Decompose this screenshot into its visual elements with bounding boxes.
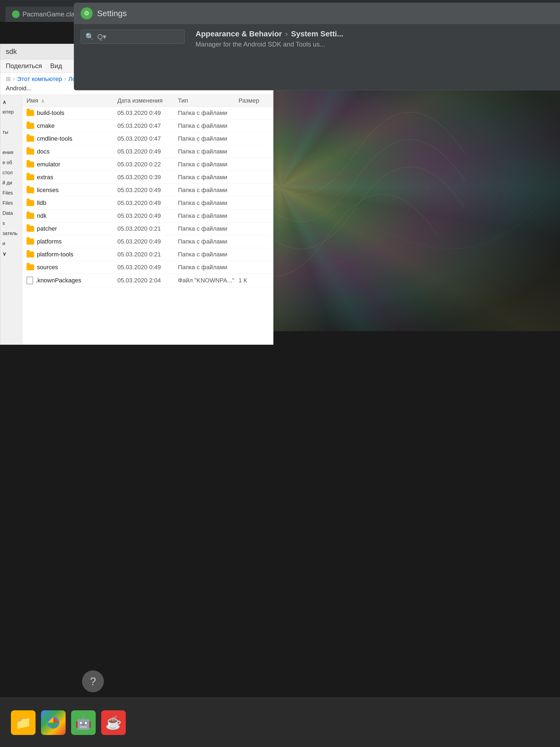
- sidebar-item-files2[interactable]: Files: [0, 199, 22, 208]
- column-header-size[interactable]: Размер: [238, 97, 269, 104]
- java-icon: ☕: [105, 715, 122, 730]
- file-row-cmdline-tools[interactable]: cmdline-tools 05.03.2020 0:47 Папка с фа…: [22, 132, 273, 145]
- collapse-arrow-down[interactable]: ∨: [2, 250, 6, 257]
- settings-search-box[interactable]: 🔍 Q▾: [81, 30, 185, 44]
- file-type-docs: Папка с файлами: [178, 148, 239, 155]
- folder-icon-emulator: [27, 161, 34, 168]
- sidebar-item-files1[interactable]: Files: [0, 188, 22, 198]
- sidebar-item-blank1: [0, 118, 22, 127]
- share-button[interactable]: Поделиться: [6, 62, 42, 70]
- file-row-emulator[interactable]: emulator 05.03.2020 0:22 Папка с файлами: [22, 158, 273, 171]
- search-icon: 🔍: [85, 32, 94, 41]
- file-type-platform-tools: Папка с файлами: [178, 251, 239, 258]
- settings-title: Settings: [97, 9, 127, 18]
- path-android[interactable]: Android...: [6, 85, 31, 92]
- file-row-lldb[interactable]: lldb 05.03.2020 0:49 Папка с файлами: [22, 197, 273, 210]
- taskbar-icon-explorer[interactable]: 📁: [11, 710, 35, 735]
- file-row-docs[interactable]: docs 05.03.2020 0:49 Папка с файлами: [22, 145, 273, 158]
- file-row-sources[interactable]: sources 05.03.2020 0:49 Папка с файлами: [22, 261, 273, 274]
- column-header-type[interactable]: Тип: [178, 97, 239, 104]
- sidebar-item-desktop[interactable]: стол: [0, 168, 22, 177]
- sidebar-item-users2[interactable]: затель: [0, 229, 22, 238]
- file-row-platform-tools[interactable]: platform-tools 05.03.2020 0:21 Папка с ф…: [22, 248, 273, 261]
- file-type-patcher: Папка с файлами: [178, 225, 239, 232]
- path-computer[interactable]: Этот компьютер: [17, 76, 62, 83]
- file-name-emulator: emulator: [37, 161, 60, 168]
- column-header-name[interactable]: Имя ∧: [27, 97, 117, 104]
- taskbar-icon-chrome[interactable]: [41, 710, 65, 735]
- taskbar-icon-android-studio[interactable]: 🤖: [71, 710, 96, 735]
- explorer-icon: 📁: [15, 715, 31, 730]
- file-type-platforms: Папка с файлами: [178, 238, 239, 245]
- file-type-build-tools: Папка с файлами: [178, 109, 239, 117]
- file-row-ndk[interactable]: ndk 05.03.2020 0:49 Папка с файлами: [22, 210, 273, 223]
- folder-icon-ndk: [27, 213, 34, 219]
- file-size-known-packages: 1 К: [238, 277, 269, 284]
- file-row-known-packages[interactable]: .knownPackages 05.03.2020 2:04 Файл "KNO…: [22, 274, 273, 287]
- file-name-known-packages: .knownPackages: [36, 277, 81, 284]
- file-name-docs: docs: [37, 148, 50, 155]
- file-type-licenses: Папка с файлами: [178, 187, 239, 194]
- file-name-lldb: lldb: [37, 200, 46, 207]
- breadcrumb-main: Appearance & Behavior: [195, 30, 282, 38]
- sidebar-item-disk[interactable]: й ди: [0, 178, 22, 187]
- chrome-icon: [47, 716, 60, 729]
- file-date-ndk: 05.03.2020 0:49: [117, 212, 178, 220]
- breadcrumb-sub: System Setti...: [291, 30, 343, 38]
- breadcrumb-arrow: ›: [285, 30, 288, 38]
- sidebar-item-s[interactable]: s: [0, 219, 22, 228]
- folder-icon-cmdline-tools: [27, 136, 34, 142]
- settings-dialog: ⚙ Settings 🔍 Q▾ Appearance & Behavior › …: [74, 3, 560, 90]
- sidebar-item-computer[interactable]: ютер: [0, 107, 22, 117]
- file-row-licenses[interactable]: licenses 05.03.2020 0:49 Папка с файлами: [22, 184, 273, 197]
- file-row-platforms[interactable]: platforms 05.03.2020 0:49 Папка с файлам…: [22, 235, 273, 248]
- sidebar-item-and[interactable]: и: [0, 239, 22, 248]
- file-date-docs: 05.03.2020 0:49: [117, 148, 178, 155]
- help-button[interactable]: ?: [82, 670, 104, 692]
- collapse-arrow-up[interactable]: ∧: [2, 99, 6, 105]
- folder-icon-extras: [27, 174, 34, 180]
- folder-icon-platform-tools: [27, 252, 34, 257]
- folder-icon-platforms: [27, 239, 34, 244]
- file-name-cmake: cmake: [37, 122, 55, 129]
- settings-body: 🔍 Q▾ Appearance & Behavior › System Sett…: [74, 24, 560, 90]
- explorer-content: ∧ ютер ты ения е об стол й ди Files File…: [0, 95, 273, 344]
- sidebar-item-downloads[interactable]: ения: [0, 148, 22, 157]
- breadcrumb-description: Manager for the Android SDK and Tools us…: [195, 41, 559, 48]
- file-date-extras: 05.03.2020 0:39: [117, 174, 178, 181]
- file-date-sources: 05.03.2020 0:49: [117, 264, 178, 271]
- file-row-extras[interactable]: extras 05.03.2020 0:39 Папка с файлами: [22, 171, 273, 184]
- file-row-cmake[interactable]: cmake 05.03.2020 0:47 Папка с файлами: [22, 120, 273, 132]
- taskbar-icon-java[interactable]: ☕: [101, 710, 126, 735]
- file-date-known-packages: 05.03.2020 2:04: [117, 277, 178, 284]
- file-name-platforms: platforms: [37, 238, 61, 245]
- file-name-platform-tools: platform-tools: [37, 251, 73, 258]
- explorer-file-list: Имя ∧ Дата изменения Тип Размер build-to…: [22, 95, 273, 344]
- breadcrumb-path: Appearance & Behavior › System Setti...: [195, 30, 559, 38]
- path-sep-0: ›: [13, 76, 15, 83]
- file-date-platform-tools: 05.03.2020 0:21: [117, 251, 178, 258]
- file-name-patcher: patcher: [37, 225, 57, 232]
- file-date-lldb: 05.03.2020 0:49: [117, 200, 178, 207]
- sidebar-item-objects[interactable]: е об: [0, 158, 22, 167]
- file-type-cmdline-tools: Папка с файлами: [178, 135, 239, 142]
- file-date-build-tools: 05.03.2020 0:49: [117, 109, 178, 117]
- view-button[interactable]: Вид: [50, 62, 62, 70]
- explorer-title: sdk: [6, 47, 17, 55]
- sidebar-item-networks[interactable]: ты: [0, 128, 22, 137]
- folder-icon-patcher: [27, 226, 34, 232]
- file-date-emulator: 05.03.2020 0:22: [117, 161, 178, 168]
- file-type-cmake: Папка с файлами: [178, 122, 239, 129]
- search-placeholder: Q▾: [97, 32, 106, 41]
- file-type-emulator: Папка с файлами: [178, 161, 239, 168]
- column-header-date[interactable]: Дата изменения: [117, 97, 178, 104]
- file-row-patcher[interactable]: patcher 05.03.2020 0:21 Папка с файлами: [22, 223, 273, 235]
- file-row-build-tools[interactable]: build-tools 05.03.2020 0:49 Папка с файл…: [22, 107, 273, 120]
- file-name-cmdline-tools: cmdline-tools: [37, 135, 73, 142]
- settings-breadcrumb: Appearance & Behavior › System Setti... …: [195, 30, 559, 84]
- sidebar-item-data[interactable]: Data: [0, 209, 22, 218]
- folder-icon-cmake: [27, 123, 34, 129]
- explorer-sidebar: ∧ ютер ты ения е об стол й ди Files File…: [0, 95, 22, 344]
- file-name-extras: extras: [37, 174, 53, 181]
- settings-titlebar: ⚙ Settings: [74, 3, 560, 24]
